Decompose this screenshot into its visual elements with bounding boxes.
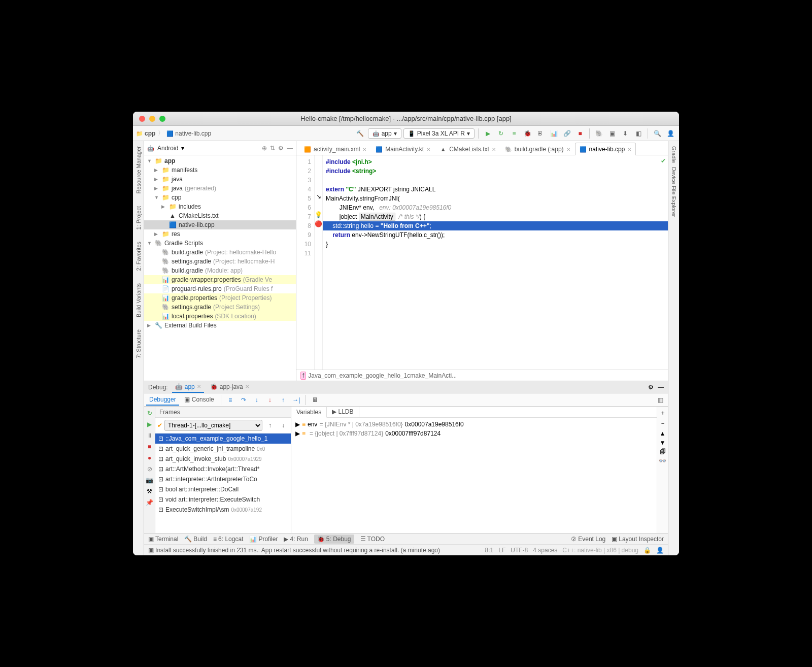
- tool-tab-1-project[interactable]: 1: Project: [136, 204, 142, 231]
- hide-icon[interactable]: —: [287, 145, 293, 152]
- gear-icon[interactable]: ⚙: [648, 384, 654, 391]
- sync-gradle-icon[interactable]: 🐘: [593, 128, 604, 139]
- tool-tab-resource-manager[interactable]: Resource Manager: [136, 144, 142, 196]
- run-button[interactable]: ▶: [482, 128, 493, 139]
- bottom-tab-layout-inspector[interactable]: ▣Layout Inspector: [612, 536, 664, 543]
- remove-watch-icon[interactable]: －: [660, 419, 666, 428]
- code-editor[interactable]: ✔ 1234567891011 ↘💡🔴 #include <jni.h>#inc…: [296, 155, 668, 370]
- indent[interactable]: 4 spaces: [533, 547, 557, 554]
- evaluate-icon[interactable]: 🖩: [310, 394, 321, 406]
- tree-node[interactable]: ▶📁java: [144, 175, 296, 184]
- hide-icon[interactable]: —: [658, 384, 664, 391]
- inspector-icon[interactable]: 👤: [656, 547, 664, 554]
- device-select[interactable]: 📱 Pixel 3a XL API R ▾: [403, 128, 475, 139]
- tree-node[interactable]: ▼🐘Gradle Scripts: [144, 239, 296, 248]
- tree-node[interactable]: ▶📁manifests: [144, 165, 296, 175]
- tree-node[interactable]: 🐘build.gradle (Module: app): [144, 266, 296, 275]
- close-window-button[interactable]: [139, 116, 145, 122]
- run-to-cursor-icon[interactable]: →|: [291, 394, 302, 406]
- bottom-tab-todo[interactable]: ☰TODO: [360, 536, 385, 543]
- zoom-window-button[interactable]: [159, 116, 165, 122]
- bottom-tab-4-run[interactable]: ▶4: Run: [284, 536, 308, 543]
- camera-icon[interactable]: 📷: [145, 476, 154, 485]
- tool-tab-device-file-explorer[interactable]: Device File Explorer: [671, 165, 677, 219]
- target-icon[interactable]: ⊕: [262, 145, 267, 152]
- tool-tab-7-structure[interactable]: 7: Structure: [136, 327, 142, 360]
- tool-tab-gradle[interactable]: Gradle: [671, 144, 677, 165]
- down-icon[interactable]: ↓: [278, 420, 289, 431]
- editor-tab[interactable]: 🐘build.gradle (:app)✕: [500, 143, 575, 155]
- rerun-icon[interactable]: ↻: [145, 409, 154, 418]
- context-config[interactable]: C++: native-lib | x86 | debug: [562, 547, 638, 554]
- tree-node[interactable]: 🟦native-lib.cpp: [144, 220, 296, 229]
- gutter-marks[interactable]: ↘💡🔴: [315, 155, 323, 370]
- stack-frame[interactable]: ⊡::Java_com_example_google_hello_1: [155, 433, 291, 444]
- tree-node[interactable]: 🐘settings.gradle (Project: hellocmake-H: [144, 257, 296, 266]
- force-step-into-icon[interactable]: ↓: [264, 394, 276, 406]
- stop-button[interactable]: ■: [574, 128, 586, 139]
- glasses-icon[interactable]: 👓: [659, 457, 666, 464]
- stack-frame[interactable]: ⊡art_quick_invoke_stub0x00007a1929: [155, 454, 291, 464]
- tree-node[interactable]: 🐘settings.gradle (Project Settings): [144, 303, 296, 312]
- tree-node[interactable]: ▶🔧External Build Files: [144, 321, 296, 330]
- bottom-tab-5-debug[interactable]: 🐞5: Debug: [314, 535, 354, 544]
- tree-node[interactable]: ▲CMakeLists.txt: [144, 211, 296, 220]
- coverage-icon[interactable]: ⛨: [535, 128, 546, 139]
- close-icon[interactable]: ✕: [362, 147, 366, 152]
- tool-tab-build-variants[interactable]: Build Variants: [136, 281, 142, 319]
- lock-icon[interactable]: 🔒: [644, 547, 651, 554]
- thread-select[interactable]: Thread-1-[...llo_cmake]: [164, 420, 262, 431]
- tree-node[interactable]: 📊local.properties (SDK Location): [144, 312, 296, 321]
- stack-frame[interactable]: ⊡art::ArtMethod::Invoke(art::Thread*: [155, 464, 291, 474]
- gear-icon[interactable]: ⚙: [278, 145, 284, 152]
- status-icon[interactable]: ▣: [148, 547, 154, 554]
- show-execution-point-icon[interactable]: ≡: [225, 394, 236, 406]
- sdk-manager-icon[interactable]: ⬇: [620, 128, 631, 139]
- tree-node[interactable]: 📄proguard-rules.pro (ProGuard Rules f: [144, 284, 296, 293]
- minimize-window-button[interactable]: [149, 116, 155, 122]
- line-ending[interactable]: LF: [498, 547, 505, 554]
- project-view-label[interactable]: Android: [157, 145, 178, 152]
- close-icon[interactable]: ✕: [426, 147, 430, 152]
- stack-frame[interactable]: ⊡void art::interpreter::ExecuteSwitch: [155, 494, 291, 505]
- project-tree[interactable]: ▼📁app▶📁manifests▶📁java▶📁java (generated)…: [144, 155, 296, 381]
- variables-tab[interactable]: Variables: [291, 407, 327, 418]
- tree-node[interactable]: ▶📁java (generated): [144, 184, 296, 193]
- tree-node[interactable]: 📊gradle-wrapper.properties (Gradle Ve: [144, 275, 296, 284]
- pause-icon[interactable]: ⏸: [145, 431, 154, 440]
- build-hammer-icon[interactable]: 🔨: [355, 128, 366, 139]
- apply-changes-icon[interactable]: ↻: [495, 128, 506, 139]
- stack-frame[interactable]: ⊡art_quick_generic_jni_trampoline0x0: [155, 444, 291, 454]
- breadcrumb[interactable]: 📁 cpp 〉 🟦 native-lib.cpp: [136, 129, 211, 138]
- down-icon[interactable]: ▼: [660, 439, 666, 446]
- variable-row[interactable]: ▶≡ = {jobject | 0x7fff97d87124} 0x00007f…: [293, 429, 655, 438]
- bottom-tab-event-log[interactable]: ②Event Log: [571, 536, 605, 543]
- step-into-icon[interactable]: ↓: [251, 394, 262, 406]
- debugger-tab[interactable]: Debugger: [146, 394, 179, 406]
- apply-code-changes-icon[interactable]: ≡: [509, 128, 520, 139]
- pin-icon[interactable]: 📌: [145, 498, 154, 507]
- debug-tab[interactable]: 🤖app✕: [172, 382, 204, 393]
- avd-manager-icon[interactable]: ▣: [606, 128, 618, 139]
- attach-debugger-icon[interactable]: 🔗: [561, 128, 572, 139]
- debug-tab[interactable]: 🐞app-java✕: [207, 382, 252, 393]
- lldb-tab[interactable]: ▶ LLDB: [327, 407, 359, 417]
- step-out-icon[interactable]: ↑: [278, 394, 289, 406]
- code-text[interactable]: #include <jni.h>#include <string>extern …: [323, 155, 668, 370]
- encoding[interactable]: UTF-8: [511, 547, 528, 554]
- variable-row[interactable]: ▶≡ env = {JNIEnv * | 0x7a19e98516f0} 0x0…: [293, 420, 655, 429]
- tree-node[interactable]: ▼📁cpp: [144, 193, 296, 202]
- bottom-tab-build[interactable]: 🔨Build: [184, 536, 207, 543]
- resource-manager-icon[interactable]: ◧: [633, 128, 644, 139]
- debug-button[interactable]: 🐞: [522, 128, 533, 139]
- tool-tab-2-favorites[interactable]: 2: Favorites: [136, 240, 142, 273]
- up-icon[interactable]: ▲: [660, 430, 666, 437]
- up-icon[interactable]: ↑: [264, 420, 276, 431]
- close-icon[interactable]: ✕: [566, 147, 570, 152]
- editor-breadcrumb[interactable]: f Java_com_example_google_hello_1cmake_M…: [296, 370, 668, 381]
- tree-node[interactable]: 🐘build.gradle (Project: hellocmake-Hello: [144, 248, 296, 257]
- search-icon[interactable]: 🔍: [652, 128, 663, 139]
- bottom-tab-profiler[interactable]: 📊Profiler: [249, 536, 278, 543]
- editor-tab[interactable]: 🟦MainActivity.kt✕: [371, 143, 435, 155]
- editor-tab[interactable]: 🟧activity_main.xml✕: [299, 143, 371, 155]
